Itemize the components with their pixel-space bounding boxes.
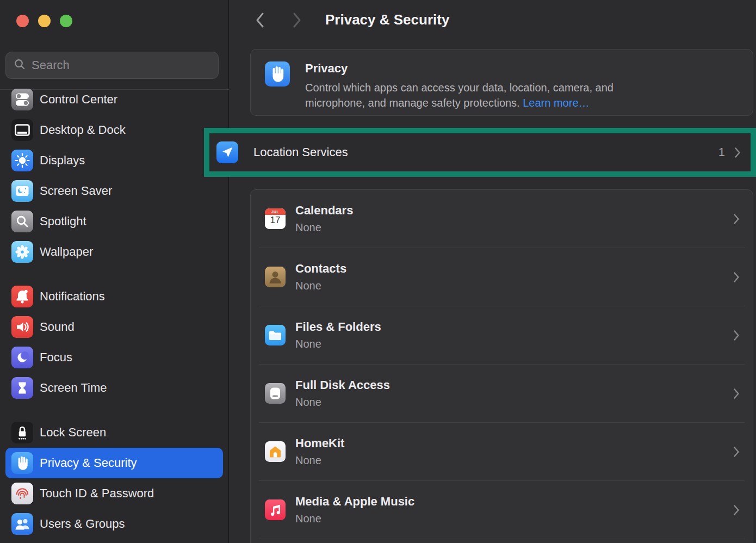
sidebar-item-label: Notifications xyxy=(40,289,105,304)
sidebar-section-gap xyxy=(5,267,223,281)
search-input[interactable] xyxy=(32,58,210,72)
sidebar: Control Center Desktop & Dock Displays S… xyxy=(0,0,229,543)
sidebar-item-label: Control Center xyxy=(40,92,117,107)
zoom-button[interactable] xyxy=(60,15,72,27)
back-button[interactable] xyxy=(256,12,264,30)
row-title: Full Disk Access xyxy=(295,378,733,392)
sidebar-item-lock-screen[interactable]: Lock Screen xyxy=(5,417,223,448)
notifications-icon xyxy=(11,286,33,307)
location-services-icon xyxy=(216,141,238,163)
row-text: Files & Folders None xyxy=(295,320,733,350)
row-text: Contacts None xyxy=(295,262,733,292)
sidebar-item-sound[interactable]: Sound xyxy=(5,312,223,342)
minimize-button[interactable] xyxy=(38,15,51,27)
homekit-row[interactable]: HomeKit None xyxy=(251,423,753,480)
sidebar-item-control-center[interactable]: Control Center xyxy=(5,84,223,115)
sidebar-item-notifications[interactable]: Notifications xyxy=(5,281,223,312)
row-value: None xyxy=(295,338,733,350)
chevron-right-icon xyxy=(733,388,740,399)
row-divider xyxy=(259,539,745,539)
files-folders-row[interactable]: Files & Folders None xyxy=(251,306,753,364)
chevron-right-icon xyxy=(733,446,740,458)
window-controls xyxy=(16,15,72,27)
sidebar-item-screen-saver[interactable]: Screen Saver xyxy=(5,176,223,206)
privacy-description-line1: Control which apps can access your data,… xyxy=(305,82,614,94)
sidebar-item-label: Users & Groups xyxy=(40,517,125,531)
sidebar-item-label: Desktop & Dock xyxy=(40,123,126,137)
location-services-label: Location Services xyxy=(253,145,718,159)
sidebar-item-touch-id-password[interactable]: Touch ID & Password xyxy=(5,478,223,509)
sidebar-item-label: Focus xyxy=(40,350,72,365)
sidebar-section-gap xyxy=(5,403,223,417)
row-text: Calendars None xyxy=(295,203,733,234)
sidebar-item-displays[interactable]: Displays xyxy=(5,145,223,176)
sidebar-item-desktop-dock[interactable]: Desktop & Dock xyxy=(5,115,223,145)
focus-icon xyxy=(11,347,33,368)
calendars-row[interactable]: JUL 17 Calendars None xyxy=(251,190,753,248)
control-center-icon xyxy=(11,89,33,110)
sidebar-item-wallpaper[interactable]: Wallpaper xyxy=(5,237,223,267)
media-apple-music-row[interactable]: Media & Apple Music None xyxy=(251,481,753,539)
row-text: Full Disk Access None xyxy=(295,378,733,409)
lock-screen-icon xyxy=(11,422,33,443)
row-title: Media & Apple Music xyxy=(295,495,733,509)
privacy-card-text: Privacy Control which apps can access yo… xyxy=(305,61,614,115)
contacts-icon xyxy=(265,267,286,287)
location-services-annotation: Location Services 1 xyxy=(204,128,756,177)
location-services-row[interactable]: Location Services 1 xyxy=(216,141,741,163)
chevron-right-icon xyxy=(733,330,740,341)
sidebar-item-label: Sound xyxy=(40,320,75,334)
media-apple-music-icon xyxy=(265,499,286,520)
privacy-card-description: Control which apps can access your data,… xyxy=(305,80,614,110)
row-text: HomeKit None xyxy=(295,436,733,467)
privacy-description-line2: microphone, and manage safety protection… xyxy=(305,97,523,109)
spotlight-icon xyxy=(11,211,33,232)
displays-icon xyxy=(11,150,33,171)
screen-saver-icon xyxy=(11,180,33,202)
row-value: None xyxy=(295,513,733,525)
homekit-icon xyxy=(265,441,286,462)
learn-more-link[interactable]: Learn more… xyxy=(523,97,589,109)
row-value: None xyxy=(295,396,733,409)
full-disk-access-icon xyxy=(265,383,286,404)
sidebar-item-label: Screen Saver xyxy=(40,184,112,198)
sidebar-item-label: Screen Time xyxy=(40,381,107,395)
row-title: Calendars xyxy=(295,203,733,218)
sidebar-list: Control Center Desktop & Dock Displays S… xyxy=(5,84,223,539)
search-icon xyxy=(14,58,26,72)
full-disk-access-row[interactable]: Full Disk Access None xyxy=(251,365,753,422)
chevron-right-icon xyxy=(733,272,740,283)
sidebar-item-spotlight[interactable]: Spotlight xyxy=(5,206,223,237)
sidebar-item-screen-time[interactable]: Screen Time xyxy=(5,373,223,403)
search-field[interactable] xyxy=(5,52,219,79)
users-groups-icon xyxy=(11,513,33,535)
row-title: Contacts xyxy=(295,262,733,276)
sidebar-item-label: Touch ID & Password xyxy=(40,486,154,501)
sidebar-item-users-groups[interactable]: Users & Groups xyxy=(5,509,223,539)
calendar-icon: JUL 17 xyxy=(265,208,286,229)
chevron-right-icon xyxy=(734,147,741,158)
sidebar-item-label: Displays xyxy=(40,153,85,168)
row-value: None xyxy=(295,454,733,467)
location-services-count: 1 xyxy=(718,145,725,159)
close-button[interactable] xyxy=(16,15,29,27)
contacts-row[interactable]: Contacts None xyxy=(251,248,753,306)
permissions-card: JUL 17 Calendars None Contacts None xyxy=(250,189,753,543)
privacy-card: Privacy Control which apps can access yo… xyxy=(250,49,753,116)
row-title: Files & Folders xyxy=(295,320,733,334)
row-value: None xyxy=(295,221,733,234)
sidebar-item-privacy-security[interactable]: Privacy & Security xyxy=(5,448,223,478)
row-value: None xyxy=(295,280,733,292)
sound-icon xyxy=(11,316,33,338)
chevron-right-icon xyxy=(733,213,740,225)
row-text: Media & Apple Music None xyxy=(295,495,733,525)
privacy-security-icon xyxy=(11,452,33,474)
sidebar-item-focus[interactable]: Focus xyxy=(5,342,223,373)
forward-button[interactable] xyxy=(293,12,301,30)
chevron-right-icon xyxy=(733,504,740,516)
privacy-hand-icon xyxy=(265,61,290,87)
desktop-dock-icon xyxy=(11,119,33,141)
sidebar-item-label: Privacy & Security xyxy=(40,456,137,470)
files-folders-icon xyxy=(265,325,286,345)
sidebar-item-label: Wallpaper xyxy=(40,245,93,259)
